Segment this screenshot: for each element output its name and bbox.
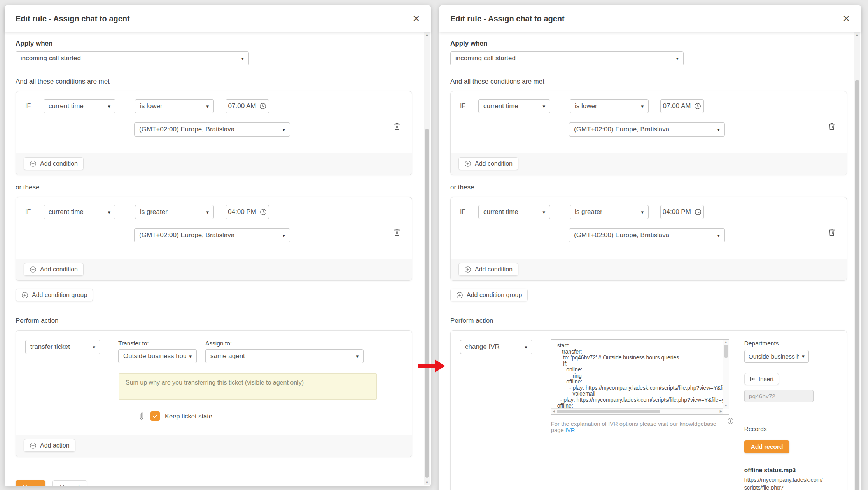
departments-select[interactable]: Outside business hou ▾ [744, 350, 809, 363]
condition-operator-select[interactable]: is greater ▾ [135, 205, 214, 219]
scroll-down-icon[interactable]: ▼ [724, 404, 728, 408]
timezone-select[interactable]: (GMT+02:00) Europe, Bratislava ▾ [569, 122, 725, 136]
assign-to-select[interactable]: same agent ▾ [205, 349, 364, 363]
add-condition-label: Add condition [475, 266, 513, 273]
condition-operator-value: is greater [575, 208, 602, 216]
add-condition-button[interactable]: Add condition [458, 157, 518, 170]
action-type-value: transfer ticket [30, 343, 70, 351]
paperclip-icon[interactable] [138, 412, 145, 420]
chevron-down-icon: ▾ [282, 233, 285, 238]
delete-condition-button[interactable] [392, 122, 402, 131]
dialog-body: Apply when incoming call started ▾ And a… [439, 32, 853, 490]
assign-to-label: Assign to: [205, 340, 364, 347]
keep-ticket-state-checkbox[interactable] [150, 411, 160, 421]
ivr-knowledgebase-link[interactable]: IVR [565, 427, 575, 433]
insert-button[interactable]: Insert [744, 373, 779, 385]
condition-field-select[interactable]: current time ▾ [478, 205, 550, 219]
action-type-select[interactable]: transfer ticket ▾ [25, 340, 100, 354]
condition-time-input[interactable]: 04:00 PM [660, 205, 704, 219]
action-type-select[interactable]: change IVR ▾ [460, 340, 532, 354]
scrollbar-thumb[interactable] [724, 345, 728, 358]
dialog-header: Edit rule - Assign chat to agent ✕ [439, 5, 861, 32]
scroll-up-icon[interactable]: ▲ [854, 33, 860, 37]
delete-condition-button[interactable] [827, 228, 836, 237]
dialog-scrollbar[interactable]: ▲ ▼ [424, 32, 430, 485]
dialog-scrollbar[interactable]: ▲ [854, 32, 860, 490]
action-card-footer: Add action [16, 435, 412, 457]
scroll-down-icon[interactable]: ▼ [424, 481, 430, 485]
close-icon[interactable]: ✕ [843, 14, 850, 23]
condition-field-value: current time [49, 102, 84, 110]
plus-circle-icon [456, 292, 463, 299]
timezone-select[interactable]: (GMT+02:00) Europe, Bratislava ▾ [134, 122, 290, 136]
condition-operator-select[interactable]: is lower ▾ [570, 99, 649, 113]
timezone-value: (GMT+02:00) Europe, Bratislava [139, 126, 234, 133]
close-icon[interactable]: ✕ [413, 14, 420, 23]
plus-circle-icon [464, 160, 471, 167]
ivr-id-input[interactable] [744, 390, 814, 402]
condition-time-input[interactable]: 04:00 PM [226, 205, 269, 219]
trigger-select[interactable]: incoming call started ▾ [450, 51, 684, 65]
ivr-vertical-scrollbar[interactable]: ▲ ▼ [723, 340, 729, 409]
scrollbar-thumb[interactable] [425, 129, 429, 478]
apply-when-label: Apply when [16, 40, 414, 47]
apply-when-label: Apply when [450, 40, 844, 47]
add-condition-group-button[interactable]: Add condition group [450, 289, 528, 301]
plus-circle-icon [21, 292, 28, 299]
delete-condition-button[interactable] [392, 228, 402, 237]
perform-action-label: Perform action [450, 317, 844, 325]
add-action-button[interactable]: Add action [24, 439, 75, 452]
condition-operator-select[interactable]: is greater ▾ [570, 205, 649, 219]
keep-ticket-state-label: Keep ticket state [165, 413, 212, 420]
condition-field-select[interactable]: current time ▾ [478, 99, 550, 113]
save-button[interactable]: Save [16, 480, 46, 486]
scroll-left-icon[interactable]: ◀ [553, 410, 555, 413]
scroll-up-icon[interactable]: ▲ [724, 341, 728, 344]
condition-time-value: 07:00 AM [663, 102, 691, 110]
edit-rule-dialog-right: Edit rule - Assign chat to agent ✕ Apply… [439, 5, 861, 490]
transfer-note-textarea[interactable]: Sum up why are you transferring this tic… [119, 373, 377, 400]
ivr-script-textarea[interactable]: start: - transfer: to: 'pq46hv72' # Outs… [551, 339, 729, 415]
scroll-right-icon[interactable]: ▶ [720, 410, 722, 413]
scrollbar-thumb[interactable] [557, 410, 660, 413]
add-record-button[interactable]: Add record [744, 440, 790, 453]
timezone-select[interactable]: (GMT+02:00) Europe, Bratislava ▾ [134, 228, 290, 242]
transfer-to-select[interactable]: Outside business hours qu ▾ [118, 349, 197, 363]
condition-time-input[interactable]: 07:00 AM [660, 99, 704, 113]
scroll-up-icon[interactable]: ▲ [424, 33, 430, 37]
chevron-down-icon: ▾ [525, 344, 527, 350]
cancel-button[interactable]: Cancel [52, 480, 87, 486]
condition-group-card: IF current time ▾ is greater ▾ 04:00 PM [450, 197, 847, 281]
or-these-label: or these [450, 184, 844, 191]
trigger-select[interactable]: incoming call started ▾ [16, 51, 249, 65]
delete-condition-button[interactable] [827, 122, 836, 131]
records-label: Records [744, 425, 837, 432]
ivr-help-text: For the explanation of IVR options pleas… [551, 421, 723, 433]
condition-field-value: current time [49, 208, 84, 216]
condition-card-footer: Add condition [16, 153, 412, 175]
plus-circle-icon [30, 266, 37, 273]
action-type-value: change IVR [465, 343, 500, 351]
record-name: offline status.mp3 [744, 467, 825, 474]
condition-field-select[interactable]: current time ▾ [44, 205, 116, 219]
add-condition-group-button[interactable]: Add condition group [16, 289, 93, 301]
timezone-select[interactable]: (GMT+02:00) Europe, Bratislava ▾ [569, 228, 725, 242]
condition-operator-select[interactable]: is lower ▾ [135, 99, 214, 113]
ivr-help-text-body: For the explanation of IVR options pleas… [551, 421, 716, 433]
condition-field-select[interactable]: current time ▾ [44, 99, 116, 113]
add-condition-button[interactable]: Add condition [458, 263, 518, 276]
chevron-down-icon: ▾ [189, 354, 192, 359]
chevron-down-icon: ▾ [717, 127, 720, 133]
add-condition-button[interactable]: Add condition [24, 263, 84, 276]
ivr-horizontal-scrollbar[interactable]: ◀ ▶ [551, 408, 723, 414]
dialog-title: Edit rule - Assign chat to agent [16, 14, 130, 23]
or-these-label: or these [16, 184, 414, 191]
insert-arrow-icon [749, 376, 756, 382]
chevron-down-icon: ▾ [241, 56, 244, 61]
add-condition-button[interactable]: Add condition [24, 157, 84, 170]
info-icon[interactable] [727, 418, 734, 424]
timezone-value: (GMT+02:00) Europe, Bratislava [574, 231, 669, 239]
scrollbar-thumb[interactable] [855, 80, 859, 490]
assign-to-value: same agent [210, 352, 245, 360]
condition-time-input[interactable]: 07:00 AM [226, 99, 269, 113]
